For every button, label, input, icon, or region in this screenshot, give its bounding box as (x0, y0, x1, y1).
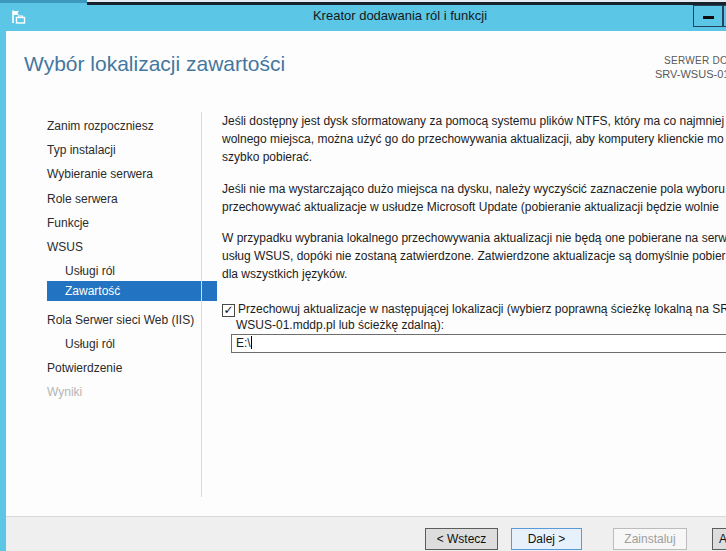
cancel-button-clipped[interactable]: A (712, 528, 726, 550)
next-button[interactable]: Dalej > (511, 528, 582, 550)
checkmark-icon: ✓ (223, 305, 234, 316)
paragraph-ntfs-disk: Jeśli dostępny jest dysk sformatowany za… (222, 112, 724, 166)
paragraph-line: Jeśli dostępny jest dysk sformatowany za… (222, 112, 724, 130)
wizard-flag-icon (10, 9, 26, 25)
content-path-value: E:\ (236, 336, 251, 350)
window-title: Kreator dodawania ról i funkcji (313, 8, 487, 23)
minimize-icon (703, 16, 714, 19)
wizard-window: Kreator dodawania ról i funkcji Wybór lo… (0, 0, 726, 551)
sidebar-item-funkcje[interactable]: Funkcje (47, 215, 89, 231)
page-title: Wybór lokalizacji zawartości (24, 52, 285, 76)
minimize-button[interactable] (693, 5, 723, 27)
paragraph-local-storage: W przypadku wybrania lokalnego przechowy… (222, 229, 726, 283)
text-caret (251, 336, 252, 349)
store-updates-checkbox[interactable]: ✓ (222, 304, 235, 317)
sidebar-item-role-serwera[interactable]: Role serwera (47, 191, 118, 207)
sidebar-item-uslugi-rol-iis[interactable]: Usługi ról (65, 336, 115, 352)
sidebar-item-potwierdzenie[interactable]: Potwierdzenie (47, 360, 122, 376)
paragraph-line: W przypadku wybrania lokalnego przechowy… (222, 229, 726, 247)
paragraph-line: dla wszystkich języków. (222, 265, 726, 283)
install-button: Zainstaluj (613, 528, 687, 550)
paragraph-line: wolnego miejsca, można użyć go do przech… (222, 130, 724, 148)
target-server-label: SERWER DOC (664, 55, 726, 66)
sidebar-item-wyniki: Wyniki (47, 384, 82, 400)
paragraph-not-enough-space: Jeśli nie ma wystarczająco dużo miejsca … (222, 180, 726, 216)
paragraph-line: Jeśli nie ma wystarczająco dużo miejsca … (222, 180, 726, 198)
paragraph-line: usług WSUS, dopóki nie zostaną zatwierdz… (222, 247, 726, 265)
sidebar-item-zawartosc-selected[interactable]: Zawartość (47, 281, 217, 301)
back-button[interactable]: < Wstecz (425, 528, 498, 550)
sidebar-item-zanim-rozpoczniesz[interactable]: Zanim rozpoczniesz (47, 118, 154, 134)
sidebar-item-uslugi-rol-wsus[interactable]: Usługi ról (65, 263, 115, 279)
content-path-input[interactable]: E:\ (231, 334, 726, 353)
sidebar-divider (201, 112, 202, 497)
target-server-name: SRV-WSUS-01. (655, 68, 726, 80)
top-strip-left (0, 0, 87, 3)
paragraph-line: przechowywać aktualizacje w usłudze Micr… (222, 198, 726, 216)
sidebar-item-wybieranie-serwera[interactable]: Wybieranie serwera (47, 166, 153, 182)
sidebar-item-wsus[interactable]: WSUS (47, 239, 83, 255)
top-strip-dark (87, 2, 726, 5)
sidebar-item-rola-serwer-sieci-web-iis[interactable]: Rola Serwer sieci Web (IIS) (47, 312, 194, 328)
paragraph-line: szybko pobierać. (222, 148, 724, 166)
store-updates-checkbox-label-line2[interactable]: WSUS-01.mddp.pl lub ścieżkę zdalną): (236, 318, 444, 332)
sidebar-item-typ-instalacji[interactable]: Typ instalacji (47, 142, 116, 158)
store-updates-checkbox-label-line1[interactable]: Przechowuj aktualizacje w następującej l… (238, 302, 726, 316)
